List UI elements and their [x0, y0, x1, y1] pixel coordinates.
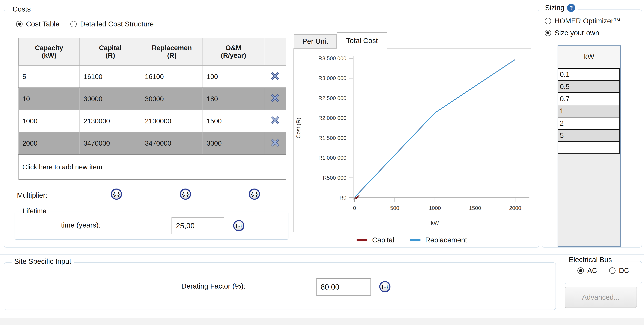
- cost-table-cell[interactable]: 1000: [18, 110, 80, 132]
- size-your-own-table: kW 0.10.50.7125: [558, 46, 620, 247]
- tab-total-cost-label: Total Cost: [346, 36, 378, 45]
- cost-table-cell[interactable]: 16100: [80, 66, 141, 88]
- svg-text:R500 000: R500 000: [323, 175, 346, 181]
- advanced-button-label: Advanced...: [582, 293, 620, 302]
- advanced-button[interactable]: Advanced...: [565, 287, 637, 308]
- derating-factor-input[interactable]: [316, 278, 371, 296]
- dc-radio-label: DC: [619, 266, 629, 275]
- x-delete-icon: [271, 94, 280, 102]
- detailed-cost-structure-radio[interactable]: Detailed Cost Structure: [70, 20, 154, 28]
- radio-unselected-icon: [545, 18, 551, 24]
- bottom-strip: [0, 318, 644, 325]
- cost-table-cell[interactable]: 1500: [203, 110, 264, 132]
- cost-table-header: Capacity(kW)Capital(R)Replacemen(R)O&M(R…: [18, 38, 286, 66]
- chart-legend: Capital Replacement: [293, 235, 530, 245]
- radio-selected-icon: [578, 267, 584, 274]
- radio-selected-icon: [16, 21, 22, 27]
- tab-total-cost[interactable]: Total Cost: [337, 32, 387, 49]
- cost-table-cell[interactable]: 30000: [141, 88, 203, 110]
- size-table-row[interactable]: 0.7: [558, 93, 620, 105]
- section-divider: [0, 254, 644, 255]
- multiplier-label: Multiplier:: [17, 191, 48, 199]
- svg-text:R0: R0: [340, 195, 346, 201]
- svg-text:1500: 1500: [469, 205, 481, 211]
- homer-optimizer-radio-label: HOMER Optimizer™: [554, 17, 620, 25]
- help-icon[interactable]: ?: [567, 4, 575, 12]
- cost-table-cell[interactable]: 5: [18, 66, 80, 88]
- cost-table-row: 103000030000180: [18, 88, 286, 110]
- tab-per-unit[interactable]: Per Unit: [294, 34, 336, 48]
- size-table-row[interactable]: [558, 142, 620, 154]
- size-table-row[interactable]: 5: [558, 130, 620, 142]
- svg-text:R2 500 000: R2 500 000: [318, 95, 346, 101]
- size-table-header: kW: [558, 46, 620, 68]
- expr-label: {..}: [382, 284, 388, 290]
- cost-table-radio-label: Cost Table: [26, 20, 60, 28]
- cost-table-cell[interactable]: 100: [203, 66, 264, 88]
- cost-table-column-header: Capital(R): [80, 38, 141, 66]
- size-table-row[interactable]: 0.5: [558, 81, 620, 93]
- size-table-rows: 0.10.50.7125: [558, 68, 620, 154]
- size-table-row[interactable]: 1: [558, 105, 620, 118]
- derating-expression-button[interactable]: {..}: [379, 281, 390, 292]
- radio-unselected-icon: [70, 21, 77, 27]
- site-specific-group-label-text: Site Specific Input: [14, 257, 71, 266]
- add-new-item-row[interactable]: Click here to add new item: [18, 154, 286, 180]
- x-delete-icon: [271, 72, 280, 80]
- site-specific-group-label: Site Specific Input: [12, 257, 74, 266]
- size-table-row[interactable]: 0.1: [558, 69, 620, 81]
- sizing-radio-group: HOMER Optimizer™ Size your own: [545, 17, 620, 37]
- cost-table-cell[interactable]: 2130000: [80, 110, 141, 132]
- cost-table-cell[interactable]: 3000: [203, 132, 264, 154]
- cost-table-cell[interactable]: 2000: [18, 132, 80, 154]
- om-multiplier-expression-button[interactable]: {..}: [249, 188, 260, 200]
- ac-radio[interactable]: AC: [578, 266, 597, 275]
- delete-row-button[interactable]: [264, 132, 286, 154]
- costs-group-label-text: Costs: [12, 5, 31, 13]
- cost-table-actions-header: [264, 38, 286, 66]
- lifetime-input[interactable]: [172, 217, 224, 234]
- electrical-bus-radio-group: AC DC: [565, 266, 642, 275]
- cost-table-cell[interactable]: 3470000: [141, 132, 203, 154]
- sizing-group-label: Sizing ?: [542, 4, 578, 12]
- add-new-item-label[interactable]: Click here to add new item: [18, 154, 286, 180]
- electrical-bus-group-label-text: Electrical Bus: [569, 256, 612, 264]
- x-delete-icon: [271, 116, 280, 125]
- svg-text:R3 000 000: R3 000 000: [318, 75, 346, 81]
- homer-optimizer-radio[interactable]: HOMER Optimizer™: [545, 17, 620, 25]
- cost-table-cell[interactable]: 3470000: [80, 132, 141, 154]
- lifetime-expression-button[interactable]: {..}: [233, 220, 244, 231]
- delete-row-button[interactable]: [264, 110, 286, 132]
- size-your-own-radio[interactable]: Size your own: [545, 29, 620, 37]
- size-table-row[interactable]: 2: [558, 118, 620, 130]
- svg-text:500: 500: [390, 205, 399, 211]
- replacement-multiplier-expression-button[interactable]: {..}: [180, 188, 191, 200]
- svg-text:R2 000 000: R2 000 000: [318, 115, 346, 121]
- cost-table-cell[interactable]: 180: [203, 88, 264, 110]
- svg-text:0: 0: [353, 205, 356, 211]
- cost-table-cell[interactable]: 10: [18, 88, 80, 110]
- expr-label: {..}: [236, 223, 242, 228]
- replacement-legend-swatch: [410, 239, 420, 242]
- capital-multiplier-expression-button[interactable]: {..}: [111, 188, 122, 200]
- delete-row-button[interactable]: [264, 88, 286, 110]
- detailed-cost-radio-label: Detailed Cost Structure: [80, 20, 154, 28]
- legend-item-capital: Capital: [356, 236, 394, 244]
- cost-mode-radio-group: Cost Table Detailed Cost Structure: [16, 20, 154, 28]
- cost-table-cell[interactable]: 2130000: [141, 110, 203, 132]
- radio-selected-icon: [545, 30, 551, 36]
- lifetime-groupbox: Lifetime: [14, 212, 288, 240]
- cost-chart-canvas: R0R500 000R1 000 000R1 500 000R2 000 000…: [294, 49, 531, 232]
- svg-text:R1 000 000: R1 000 000: [318, 155, 346, 161]
- cost-table-column-header: Capacity(kW): [18, 38, 80, 66]
- cost-table-cell[interactable]: 30000: [80, 88, 141, 110]
- tab-per-unit-label: Per Unit: [302, 37, 328, 46]
- cost-table-cell[interactable]: 16100: [141, 66, 203, 88]
- capital-legend-label: Capital: [372, 236, 394, 244]
- delete-row-button[interactable]: [264, 66, 286, 88]
- dc-radio[interactable]: DC: [609, 266, 629, 275]
- electrical-bus-group-label: Electrical Bus: [566, 256, 614, 264]
- ac-radio-label: AC: [587, 266, 597, 275]
- cost-table-radio[interactable]: Cost Table: [16, 20, 60, 28]
- lifetime-field-label: time (years):: [61, 221, 100, 229]
